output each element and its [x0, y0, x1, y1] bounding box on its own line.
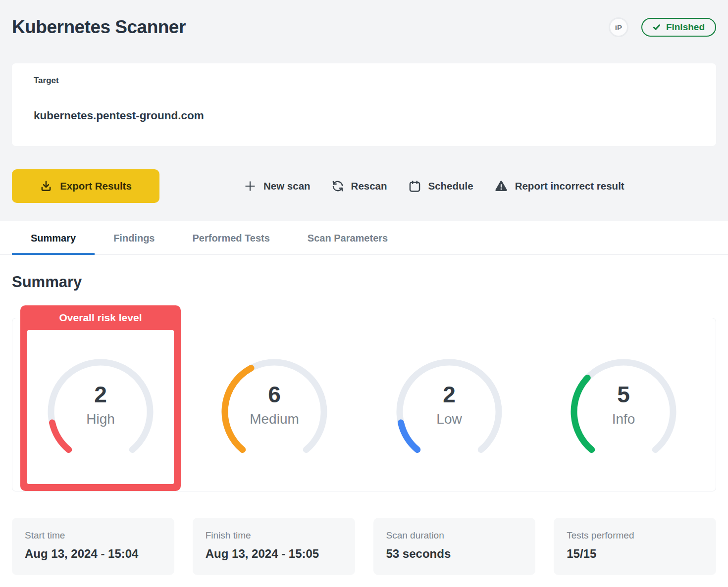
- stat-label: Start time: [25, 530, 161, 541]
- gauge-medium: 6 Medium: [215, 352, 334, 471]
- gauge-low: 2 Low: [390, 352, 509, 471]
- header-right: iP Finished: [609, 17, 716, 37]
- stat-label: Scan duration: [386, 530, 523, 541]
- stat-value: 53 seconds: [386, 547, 523, 561]
- actions-row: Export Results New scan Rescan: [12, 169, 716, 203]
- gauge-high-value: 2: [94, 382, 107, 407]
- action-links: New scan Rescan Schedule: [244, 179, 624, 193]
- stat-value: Aug 13, 2024 - 15:04: [25, 547, 161, 561]
- tab-bar: Summary Findings Performed Tests Scan Pa…: [0, 221, 728, 255]
- stat-card-tests-performed: Tests performed 15/15: [554, 518, 716, 575]
- report-incorrect-result-button[interactable]: Report incorrect result: [494, 179, 624, 193]
- status-badge-label: Finished: [666, 22, 705, 33]
- gauge-high-label: High: [86, 411, 115, 428]
- new-scan-button[interactable]: New scan: [244, 180, 311, 193]
- avatar-initials: iP: [615, 23, 622, 32]
- target-label: Target: [34, 76, 694, 86]
- stat-label: Finish time: [206, 530, 342, 541]
- report-incorrect-result-label: Report incorrect result: [515, 180, 624, 192]
- severity-gauges-card: Overall risk level 2 High 6 Medium 2 Low: [12, 318, 716, 491]
- top-section: Kubernetes Scanner iP Finished Target ku…: [0, 0, 728, 221]
- tab-summary[interactable]: Summary: [12, 221, 95, 255]
- stat-card-finish-time: Finish time Aug 13, 2024 - 15:05: [193, 518, 355, 575]
- export-results-button[interactable]: Export Results: [12, 169, 159, 203]
- gauge-medium-value: 6: [268, 382, 281, 407]
- stat-value: Aug 13, 2024 - 15:05: [206, 547, 342, 561]
- target-card: Target kubernetes.pentest-ground.com: [12, 63, 716, 146]
- overall-risk-label: Overall risk level: [20, 305, 181, 330]
- export-results-label: Export Results: [60, 180, 132, 192]
- summary-heading: Summary: [12, 272, 716, 293]
- gauge-low-value: 2: [443, 382, 456, 407]
- stat-label: Tests performed: [567, 530, 703, 541]
- gauge-info-label: Info: [612, 411, 635, 428]
- stats-row: Start time Aug 13, 2024 - 15:04 Finish t…: [12, 518, 716, 575]
- new-scan-label: New scan: [263, 180, 311, 192]
- calendar-icon: [408, 180, 421, 193]
- download-icon: [40, 180, 52, 193]
- tab-findings[interactable]: Findings: [95, 221, 173, 255]
- refresh-icon: [331, 180, 344, 193]
- plus-icon: [244, 180, 257, 193]
- target-value: kubernetes.pentest-ground.com: [34, 109, 694, 122]
- page-header: Kubernetes Scanner iP Finished: [12, 15, 716, 40]
- tab-performed-tests[interactable]: Performed Tests: [173, 221, 288, 255]
- page-title: Kubernetes Scanner: [12, 17, 186, 38]
- schedule-label: Schedule: [428, 180, 473, 192]
- gauge-info-value: 5: [617, 382, 630, 407]
- gauge-info: 5 Info: [564, 352, 683, 471]
- gauge-high: 2 High: [41, 352, 160, 471]
- stat-card-start-time: Start time Aug 13, 2024 - 15:04: [12, 518, 174, 575]
- avatar[interactable]: iP: [609, 17, 628, 37]
- rescan-label: Rescan: [351, 180, 387, 192]
- summary-content: Summary Overall risk level 2 High 6 Medi…: [0, 272, 728, 575]
- stat-card-scan-duration: Scan duration 53 seconds: [373, 518, 536, 575]
- gauge-low-label: Low: [436, 411, 462, 428]
- schedule-button[interactable]: Schedule: [408, 180, 473, 193]
- stat-value: 15/15: [567, 547, 703, 561]
- status-badge: Finished: [641, 18, 716, 37]
- check-icon: [653, 23, 661, 31]
- tab-scan-parameters[interactable]: Scan Parameters: [289, 221, 407, 255]
- rescan-button[interactable]: Rescan: [331, 180, 387, 193]
- warning-icon: [494, 179, 508, 193]
- gauge-medium-label: Medium: [250, 411, 299, 428]
